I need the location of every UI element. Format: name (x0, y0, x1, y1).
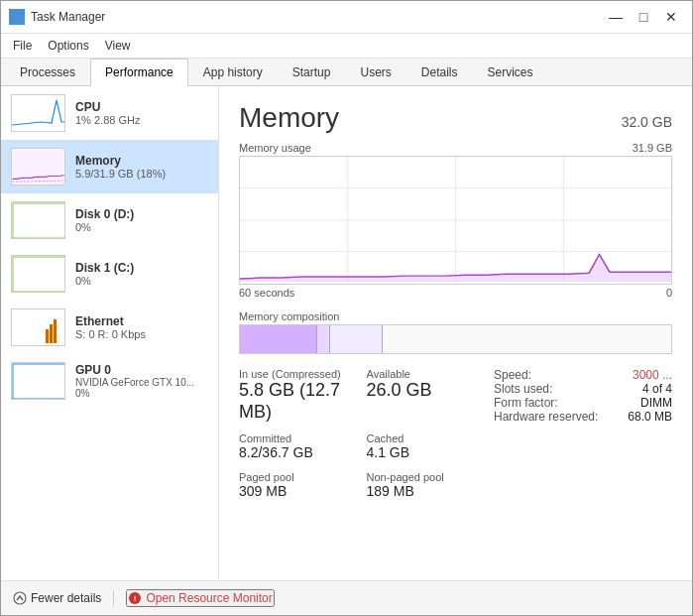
disk0-sub: 0% (75, 221, 208, 233)
composition-bar (239, 324, 672, 354)
svg-rect-14 (54, 319, 57, 343)
comp-free (383, 325, 671, 353)
tab-startup[interactable]: Startup (278, 59, 346, 86)
sidebar-item-cpu[interactable]: CPU 1% 2.88 GHz (1, 86, 218, 140)
window-title: Task Manager (31, 10, 105, 24)
fewer-details-label: Fewer details (31, 591, 101, 605)
sidebar-item-ethernet[interactable]: Ethernet S: 0 R: 0 Kbps (1, 301, 218, 354)
memory-sub: 5.9/31.9 GB (18%) (75, 168, 208, 180)
gpu-info: GPU 0 NVIDIA GeForce GTX 10...0% (75, 363, 208, 399)
panel-total: 32.0 GB (622, 114, 672, 130)
tab-performance[interactable]: Performance (90, 59, 188, 86)
menu-bar: File Options View (1, 34, 692, 59)
svg-rect-13 (50, 324, 53, 343)
comp-in-use (240, 325, 317, 353)
svg-point-25 (14, 592, 26, 604)
fewer-details-button[interactable]: Fewer details (13, 591, 101, 605)
svg-rect-1 (18, 11, 23, 16)
ethernet-thumbnail (11, 308, 65, 346)
hw-reserved-key: Hardware reserved: (494, 410, 598, 424)
tab-users[interactable]: Users (345, 59, 405, 86)
memory-thumbnail (11, 148, 65, 185)
title-bar: Task Manager — □ ✕ (1, 1, 692, 34)
sidebar-item-disk0[interactable]: Disk 0 (D:) 0% (1, 193, 218, 247)
usage-chart-section: Memory usage 31.9 GB (239, 142, 672, 299)
memory-info: Memory 5.9/31.9 GB (18%) (75, 154, 208, 180)
disk1-info: Disk 1 (C:) 0% (75, 261, 208, 287)
stat-in-use: In use (Compressed) 5.8 GB (12.7 MB) (239, 368, 351, 423)
in-use-value: 5.8 GB (12.7 MB) (239, 380, 351, 423)
slots-key: Slots used: (494, 382, 552, 396)
sidebar-item-memory[interactable]: Memory 5.9/31.9 GB (18%) (1, 140, 218, 193)
chart-label: Memory usage (239, 142, 311, 154)
tab-app-history[interactable]: App history (188, 59, 278, 86)
disk0-label: Disk 0 (D:) (75, 207, 208, 221)
committed-value: 8.2/36.7 GB (239, 444, 351, 461)
minimize-button[interactable]: — (603, 7, 629, 27)
comp-modified (317, 325, 330, 353)
chart-max: 31.9 GB (633, 142, 672, 154)
available-value: 26.0 GB (367, 380, 479, 402)
stat-available: Available 26.0 GB (367, 368, 479, 423)
title-bar-left: Task Manager (9, 9, 105, 25)
speed-key: Speed: (494, 368, 531, 382)
disk1-sub: 0% (75, 275, 208, 287)
bottom-bar: Fewer details ! Open Resource Monitor (1, 580, 692, 615)
right-stat-speed: Speed: 3000 ... (494, 368, 672, 382)
disk1-thumbnail (11, 255, 65, 293)
chart-footer-right: 0 (666, 287, 672, 299)
separator (113, 590, 114, 606)
non-paged-pool-value: 189 MB (367, 483, 479, 500)
chevron-up-icon (13, 591, 27, 605)
main-content: CPU 1% 2.88 GHz Memory 5.9/31.9 GB (18 (1, 86, 692, 580)
title-controls: — □ ✕ (603, 7, 684, 27)
chart-footer-left: 60 seconds (239, 287, 294, 299)
stat-cached: Cached 4.1 GB (367, 432, 479, 461)
cpu-thumbnail (11, 94, 65, 132)
ethernet-info: Ethernet S: 0 R: 0 Kbps (75, 314, 208, 340)
sidebar-item-disk1[interactable]: Disk 1 (C:) 0% (1, 247, 218, 301)
menu-options[interactable]: Options (40, 36, 96, 56)
ethernet-label: Ethernet (75, 314, 208, 328)
stats-area: In use (Compressed) 5.8 GB (12.7 MB) Ava… (239, 368, 672, 500)
stat-non-paged-pool: Non-paged pool 189 MB (367, 471, 479, 500)
svg-text:!: ! (134, 594, 137, 603)
menu-view[interactable]: View (97, 36, 139, 56)
sidebar-item-gpu[interactable]: GPU 0 NVIDIA GeForce GTX 10...0% (1, 354, 218, 408)
gpu-sub: NVIDIA GeForce GTX 10...0% (75, 377, 208, 399)
tab-details[interactable]: Details (406, 59, 473, 86)
stats-grid: In use (Compressed) 5.8 GB (12.7 MB) Ava… (239, 368, 478, 500)
cached-label: Cached (367, 432, 479, 444)
disk1-label: Disk 1 (C:) (75, 261, 208, 275)
paged-pool-value: 309 MB (239, 483, 351, 500)
panel-title: Memory (239, 102, 339, 134)
paged-pool-label: Paged pool (239, 471, 351, 483)
tab-bar: Processes Performance App history Startu… (1, 59, 692, 86)
right-stat-slots: Slots used: 4 of 4 (494, 382, 672, 396)
right-stat-hw-reserved: Hardware reserved: 68.0 MB (494, 410, 672, 424)
stat-committed: Committed 8.2/36.7 GB (239, 432, 351, 461)
form-factor-key: Form factor: (494, 396, 558, 410)
chart-footer: 60 seconds 0 (239, 287, 672, 299)
close-button[interactable]: ✕ (658, 7, 684, 27)
speed-val: 3000 ... (633, 368, 672, 382)
memory-panel: Memory 32.0 GB Memory usage 31.9 GB (219, 86, 692, 580)
open-resource-monitor-button[interactable]: ! Open Resource Monitor (126, 589, 274, 607)
cpu-info: CPU 1% 2.88 GHz (75, 100, 208, 126)
svg-rect-0 (11, 11, 16, 16)
tab-processes[interactable]: Processes (5, 59, 90, 86)
cached-value: 4.1 GB (367, 444, 479, 461)
svg-rect-6 (12, 149, 63, 185)
right-stats: Speed: 3000 ... Slots used: 4 of 4 Form … (494, 368, 672, 500)
maximize-button[interactable]: □ (631, 7, 656, 27)
tab-services[interactable]: Services (473, 59, 548, 86)
svg-rect-3 (18, 18, 23, 23)
chart-label-row: Memory usage 31.9 GB (239, 142, 672, 154)
hw-reserved-val: 68.0 MB (628, 410, 672, 424)
non-paged-pool-label: Non-paged pool (367, 471, 479, 483)
left-stats: In use (Compressed) 5.8 GB (12.7 MB) Ava… (239, 368, 478, 500)
memory-usage-chart (239, 156, 672, 285)
stat-paged-pool: Paged pool 309 MB (239, 471, 351, 500)
menu-file[interactable]: File (5, 36, 40, 56)
svg-rect-11 (12, 309, 65, 346)
